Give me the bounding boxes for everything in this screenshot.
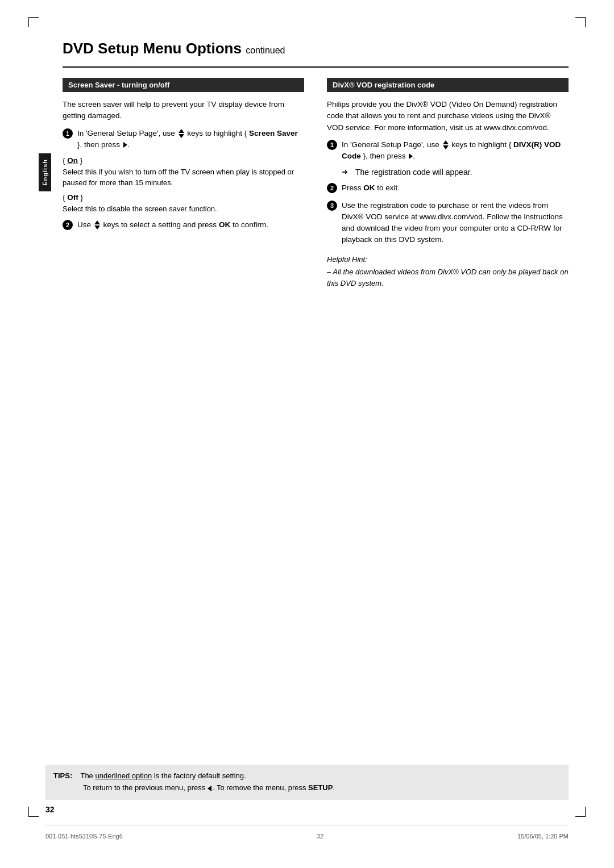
- page-number: 32: [45, 805, 55, 814]
- tips-tip2: To return to the previous menu, press . …: [83, 782, 335, 794]
- on-option-block: { On } Select this if you wish to turn o…: [63, 156, 304, 189]
- divx-vod-header: DivX® VOD registration code: [327, 78, 569, 92]
- on-option-title: { On }: [63, 156, 304, 165]
- step-3-circle-right: 3: [327, 201, 337, 211]
- right-step-3: 3 Use the registration code to purchase …: [327, 200, 569, 246]
- right-step-3-content: Use the registration code to purchase or…: [342, 200, 569, 246]
- helpful-hint-title: Helpful Hint:: [327, 254, 569, 265]
- step-2-circle-right: 2: [327, 183, 337, 193]
- off-option-desc: Select this to disable the screen saver …: [63, 204, 304, 215]
- helpful-hint-text: – All the downloaded videos from DivX® V…: [327, 268, 569, 287]
- left-step-2-content: Use keys to select a setting and press O…: [77, 219, 268, 231]
- right-step-1: 1 In 'General Setup Page', use keys to h…: [327, 139, 569, 162]
- screen-saver-intro: The screen saver will help to prevent yo…: [63, 99, 304, 122]
- step-1-circle-left: 1: [63, 128, 73, 139]
- left-step-1-content: In 'General Setup Page', use keys to hig…: [77, 128, 304, 151]
- page-title: DVD Setup Menu Options continued: [63, 40, 569, 57]
- left-step-2: 2 Use keys to select a setting and press…: [63, 219, 304, 231]
- arrow-text: The registration code will appear.: [355, 168, 472, 177]
- right-step-1-content: In 'General Setup Page', use keys to hig…: [342, 139, 569, 162]
- helpful-hint: Helpful Hint: – All the downloaded video…: [327, 254, 569, 289]
- tips-label: TIPS:: [53, 771, 72, 780]
- footer-left: 001-051-hts5310S-75-Eng6: [45, 833, 123, 840]
- arrow-registration-code: ➜ The registration code will appear.: [342, 168, 569, 177]
- off-option-block: { Off } Select this to disable the scree…: [63, 193, 304, 215]
- arrow-icon: ➜: [342, 168, 351, 176]
- step-1-circle-right: 1: [327, 140, 337, 150]
- left-step-1: 1 In 'General Setup Page', use keys to h…: [63, 128, 304, 151]
- tips-section: TIPS: The underlined option is the facto…: [45, 765, 569, 800]
- footer-center: 32: [317, 833, 323, 840]
- left-column: Screen Saver - turning on/off The screen…: [63, 78, 304, 236]
- title-divider: [63, 66, 569, 68]
- footer-right: 15/06/05, 1:20 PM: [517, 833, 569, 840]
- tips-tip1: The underlined option is the factory def…: [80, 771, 246, 780]
- step-2-circle-left: 2: [63, 220, 73, 230]
- right-step-2-content: Press OK to exit.: [342, 182, 400, 194]
- footer: 001-051-hts5310S-75-Eng6 32 15/06/05, 1:…: [45, 833, 569, 840]
- right-column: DivX® VOD registration code Philips prov…: [327, 78, 569, 289]
- on-option-desc: Select this if you wish to turn off the …: [63, 167, 304, 189]
- right-step-2: 2 Press OK to exit.: [327, 182, 569, 194]
- off-option-title: { Off }: [63, 193, 304, 202]
- divx-vod-intro: Philips provide you the DivX® VOD (Video…: [327, 99, 569, 133]
- content-columns: Screen Saver - turning on/off The screen…: [63, 78, 569, 289]
- screen-saver-header: Screen Saver - turning on/off: [63, 78, 304, 92]
- footer-divider: [45, 825, 569, 825]
